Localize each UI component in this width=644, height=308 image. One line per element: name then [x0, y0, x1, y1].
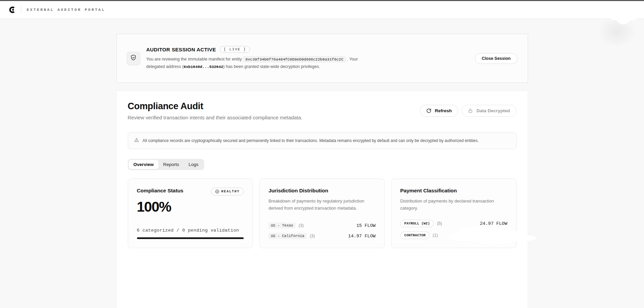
session-body-suffix: ) has been granted state-wide decryption…: [223, 64, 320, 69]
status-badge: HEALTHY: [211, 188, 244, 195]
session-body-prefix: You are reviewing the immutable manifest…: [146, 57, 242, 62]
progress-bar: [137, 237, 244, 239]
entity-hash-chip: 0xc39f34b0f76a484fC0D9eD9d696c22b8a31f6c…: [243, 56, 346, 62]
classification-label-chip: CONTRACTOR: [400, 232, 430, 239]
page-container: AUDITOR SESSION ACTIVE [ LIVE ] You are …: [116, 34, 528, 308]
summary-cards-row: Compliance Status HEALTHY 100% 6 categor…: [128, 179, 517, 248]
main-panel: Compliance Audit Review verified transac…: [116, 91, 528, 308]
encryption-notice: All compliance records are cryptographic…: [128, 132, 517, 149]
jurisdiction-label-chip: US - California: [268, 233, 307, 239]
page-subtitle: Review verified transaction intents and …: [128, 115, 303, 120]
brand-title: EXTERNAL AUDITOR PORTAL: [27, 8, 105, 12]
data-decrypted-label: Data Decrypted: [476, 108, 510, 113]
classification-description: Distribution of payments by declared tra…: [400, 197, 507, 212]
classification-label-chip: PAYROLL (W2): [400, 220, 434, 227]
compliance-percentage: 100%: [137, 199, 244, 215]
session-text-block: AUDITOR SESSION ACTIVE [ LIVE ] You are …: [146, 46, 469, 71]
data-decrypted-button[interactable]: Data Decrypted: [461, 105, 516, 117]
close-session-button[interactable]: Close Session: [475, 53, 517, 64]
shield-check-icon: [130, 54, 137, 63]
compliance-status-title: Compliance Status: [137, 188, 184, 194]
unlock-icon: [468, 108, 473, 113]
warning-triangle-icon: [134, 137, 139, 144]
jurisdiction-value: 14.97 FLOW: [348, 234, 376, 239]
jurisdiction-title: Jurisdiction Distribution: [268, 188, 376, 194]
session-title: AUDITOR SESSION ACTIVE: [146, 47, 216, 52]
refresh-icon: [426, 108, 431, 113]
compliance-status-card: Compliance Status HEALTHY 100% 6 categor…: [128, 179, 253, 248]
classification-count: (1): [433, 233, 438, 238]
c-ring-logo-icon: [9, 6, 16, 14]
page-heading-block: Compliance Audit Review verified transac…: [128, 101, 303, 120]
jurisdiction-card: Jurisdiction Distribution Breakdown of p…: [259, 179, 385, 248]
tab-reports[interactable]: Reports: [159, 160, 184, 169]
classification-title: Payment Classification: [400, 188, 507, 194]
jurisdiction-count: (3): [299, 223, 304, 228]
live-badge: [ LIVE ]: [220, 46, 250, 53]
header-actions: Refresh Data Decrypted: [420, 105, 516, 117]
delegated-address: 0xb1640d...532642: [184, 65, 223, 69]
tab-logs[interactable]: Logs: [184, 160, 203, 169]
tab-overview[interactable]: Overview: [129, 160, 159, 169]
jurisdiction-value: 15 FLOW: [356, 223, 376, 228]
white-blob-bottom-right: [462, 226, 506, 241]
page-title: Compliance Audit: [128, 101, 303, 112]
tab-bar: Overview Reports Logs: [128, 159, 205, 170]
compliance-detail: 6 categorized / 0 pending validation: [137, 228, 244, 233]
session-description: You are reviewing the immutable manifest…: [146, 56, 369, 71]
progress-fill: [137, 237, 244, 239]
header-divider: [21, 6, 21, 13]
jurisdiction-count: (3): [310, 234, 315, 238]
circle-check-icon: [215, 189, 219, 194]
jurisdiction-description: Breakdown of payments by regulatory juri…: [268, 197, 376, 212]
refresh-button-label: Refresh: [435, 108, 452, 113]
jurisdiction-row: US - Texas (3) 15 FLOW: [268, 222, 376, 229]
jurisdiction-label-chip: US - Texas: [268, 222, 295, 229]
notice-text: All compliance records are cryptographic…: [143, 138, 479, 143]
status-badge-label: HEALTHY: [221, 190, 240, 193]
session-banner: AUDITOR SESSION ACTIVE [ LIVE ] You are …: [116, 34, 528, 83]
classification-count: (5): [437, 221, 442, 226]
jurisdiction-rows: US - Texas (3) 15 FLOW US - California (…: [268, 222, 376, 239]
refresh-button[interactable]: Refresh: [420, 105, 458, 117]
white-blob-top-right: [619, 5, 635, 19]
app-header: EXTERNAL AUDITOR PORTAL: [0, 1, 644, 19]
jurisdiction-row: US - California (3) 14.97 FLOW: [268, 233, 376, 239]
classification-value: 24.97 FLOW: [480, 221, 507, 226]
shield-box: [127, 52, 140, 65]
